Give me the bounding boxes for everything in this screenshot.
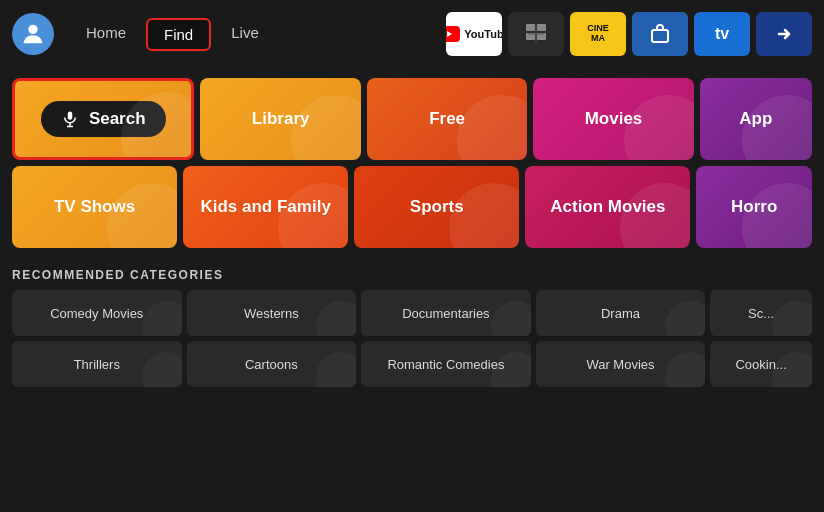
grid-cell-apps[interactable]: App [700,78,812,160]
grid-row-2: TV Shows Kids and Family Sports Action M… [12,166,812,248]
topbar: Home Find Live YouTube [0,0,824,68]
svg-rect-9 [68,112,73,120]
nav-live[interactable]: Live [215,18,275,51]
app-cinema[interactable]: CINEMA [570,12,626,56]
rec-thrillers[interactable]: Thrillers [12,341,182,387]
rec-grid: Comedy Movies Westerns Documentaries Dra… [12,290,812,387]
nav-links: Home Find Live [70,18,275,51]
grid-cell-action[interactable]: Action Movies [525,166,690,248]
rec-romantic-comedies[interactable]: Romantic Comedies [361,341,531,387]
svg-rect-2 [526,24,535,31]
rec-comedy-movies[interactable]: Comedy Movies [12,290,182,336]
grid-cell-movies[interactable]: Movies [533,78,693,160]
nav-home[interactable]: Home [70,18,142,51]
grid-cell-tvshows[interactable]: TV Shows [12,166,177,248]
svg-point-0 [28,25,37,34]
rec-documentaries[interactable]: Documentaries [361,290,531,336]
app-store[interactable] [632,12,688,56]
app-youtube[interactable]: YouTube [446,12,502,56]
rec-drama[interactable]: Drama [536,290,706,336]
rec-cooking[interactable]: Cookin... [710,341,812,387]
svg-marker-1 [447,31,452,37]
grid-cell-kids[interactable]: Kids and Family [183,166,348,248]
svg-rect-8 [652,30,668,42]
grid-cell-sports[interactable]: Sports [354,166,519,248]
grid-cell-search[interactable]: Search [12,78,194,160]
app-icons-bar: YouTube CINEMA tv [446,12,812,56]
search-pill: Search [41,101,166,137]
recommended-section: RECOMMENDED CATEGORIES Comedy Movies Wes… [0,262,824,387]
rec-westerns[interactable]: Westerns [187,290,357,336]
rec-scifi[interactable]: Sc... [710,290,812,336]
app-tv[interactable]: tv [694,12,750,56]
rec-war-movies[interactable]: War Movies [536,341,706,387]
rec-cartoons[interactable]: Cartoons [187,341,357,387]
rec-row-1: Comedy Movies Westerns Documentaries Dra… [12,290,812,336]
svg-rect-3 [537,24,546,31]
rec-row-2: Thrillers Cartoons Romantic Comedies War… [12,341,812,387]
recommended-title: RECOMMENDED CATEGORIES [12,268,812,282]
avatar[interactable] [12,13,54,55]
grid-row-1: Search Library Free Movies App [12,78,812,160]
app-background[interactable] [508,12,564,56]
grid-cell-free[interactable]: Free [367,78,527,160]
grid-cell-horror[interactable]: Horro [696,166,812,248]
category-grid: Search Library Free Movies App TV Shows … [0,68,824,262]
app-arrow[interactable] [756,12,812,56]
nav-find[interactable]: Find [146,18,211,51]
grid-cell-library[interactable]: Library [200,78,360,160]
